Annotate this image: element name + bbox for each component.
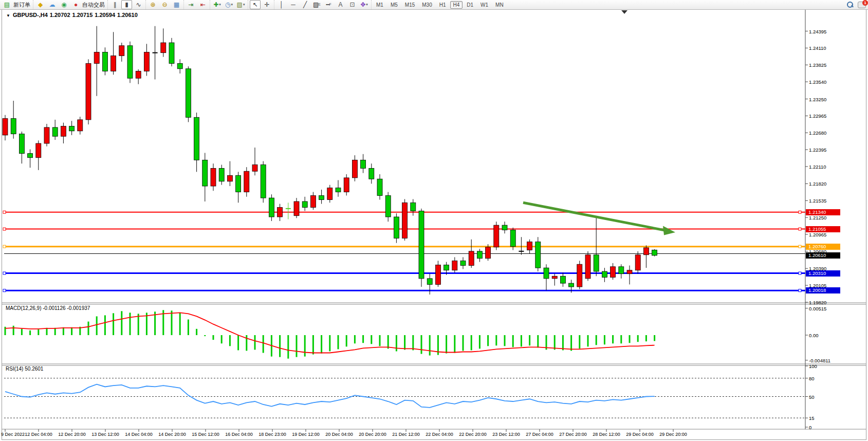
scroll-to-end-marker[interactable] [621,10,627,14]
fibonacci-button[interactable]: ┅F [323,0,334,9]
timeframe-w1-button[interactable]: W1 [477,1,491,9]
search-icon[interactable] [846,1,854,8]
periods-button[interactable]: ◷▾ [224,0,234,9]
zoom-out-icon: ⊖ [162,1,167,9]
trendline-button[interactable]: ╱ [300,0,310,9]
price-tick-label: 1.21250 [809,215,826,220]
chart-canvas[interactable] [0,9,868,441]
vertical-line-icon: │ [280,1,284,9]
price-tick-label: 1.23540 [809,79,826,85]
line-handle-left[interactable] [3,228,6,230]
time-tick-label: 21 Dec 12:00 [392,432,420,437]
chart-window: ▼GBPUSD-,H41.207021.207151.205941.20610 … [0,9,868,441]
timeframe-m15-button[interactable]: M15 [402,1,418,9]
price-badge: 1.21055 [806,226,840,232]
cursor-icon: ↖ [252,1,257,9]
candlestick-chart-button[interactable]: ▮ [121,0,132,9]
time-tick-label: 12 Dec 20:00 [58,432,86,437]
text-label-button[interactable]: ⊡ [347,0,358,9]
time-tick-label: 23 Dec 12:00 [492,432,520,437]
cursor-button[interactable]: ↖ [250,0,261,9]
equidistant-channel-button[interactable]: ▨E [311,0,322,9]
templates-button[interactable]: ▧▾ [235,0,246,9]
time-tick-label: 28 Dec 12:00 [593,432,620,437]
line-handle-right[interactable] [799,228,801,230]
timeframe-h1-button[interactable]: H1 [436,1,449,9]
indicators-button[interactable]: ✚▾ [212,0,223,9]
horizontal-line-button[interactable]: ─ [288,0,299,9]
text-button[interactable]: A [335,0,346,9]
toolbar-group: ∥▮∿ [107,0,145,9]
timeframe-d1-button[interactable]: D1 [464,1,476,9]
new-order-button[interactable]: ▤ [2,0,12,9]
zoom-in-button[interactable]: ⊕ [147,0,158,9]
mql5-community-icon: ☁ [49,1,56,9]
macd-panel [5,308,808,360]
timeframe-h4-button[interactable]: H4 [450,1,463,9]
timeframe-mn-button[interactable]: MN [492,1,507,9]
chart-shift-icon: ⇤ [200,1,205,9]
timeframe-m5-button[interactable]: M5 [387,1,401,9]
chevron-down-icon[interactable]: ▼ [6,13,10,18]
arrows-tool-button[interactable]: ✥▾ [359,0,370,9]
zoom-out-button[interactable]: ⊖ [159,0,170,9]
chart-title[interactable]: ▼GBPUSD-,H41.207021.207151.205941.20610 [6,12,140,18]
chart-shift-button[interactable]: ⇤ [197,0,208,9]
news-button[interactable]: ◉ [59,0,69,9]
time-tick-label: 29 Dec 04:00 [626,432,654,437]
price-tick-label: 1.20965 [809,232,826,237]
trend-arrow-head[interactable] [663,226,675,235]
tile-windows-icon: ▦ [174,1,179,9]
mql5-community-button[interactable]: ☁ [47,0,58,9]
line-handle-left[interactable] [3,272,6,274]
toolbar-group: ↖✛ [248,0,274,9]
auto-scroll-button[interactable]: ⇥ [186,0,196,9]
line-handle-right[interactable] [799,211,801,213]
toolbar-group: │─╱▨E┅FA⊡✥▾ [274,0,371,9]
high-value: 1.20715 [72,12,93,18]
line-handle-right[interactable] [799,289,801,292]
timeframe-m30-button[interactable]: M30 [419,1,435,9]
line-handle-right[interactable] [799,245,801,248]
indicators-dropdown-icon[interactable]: ▾ [219,1,221,9]
line-handle-left[interactable] [3,211,6,213]
arrows-tool-dropdown-icon[interactable]: ▾ [366,1,368,9]
rsi-line [5,384,655,408]
line-handle-left[interactable] [3,245,6,248]
price-badge: 1.20310 [806,270,840,277]
line-handle-right[interactable] [799,272,801,274]
arrows-tool-icon: ✥ [360,1,365,9]
timeframe-toolbar: M1M5M15M30H1H4D1W1MN [371,0,508,9]
macd-tick-label: -0.004811 [809,358,830,363]
rsi-panel [4,366,808,427]
autotrading-button[interactable]: ● [70,0,81,9]
autotrading-label[interactable]: 自动交易 [82,1,105,9]
rsi-tick-label: 100 [809,363,817,369]
notifications-icon[interactable]: 1 [858,2,866,8]
crosshair-button[interactable]: ✛ [262,0,272,9]
price-tick-label: 1.19820 [809,300,826,305]
tile-windows-button[interactable]: ▦ [171,0,182,9]
auto-scroll-icon: ⇥ [188,1,193,9]
rsi-tick-label: 80 [809,376,815,381]
toolbar: ▤新订单◆☁◉●自动交易∥▮∿⊕⊖▦⇥⇤✚▾◷▾▧▾↖✛│─╱▨E┅FA⊡✥▾ … [0,0,868,10]
timeframe-m1-button[interactable]: M1 [373,1,386,9]
metaeditor-button[interactable]: ◆ [35,0,46,9]
line-handle-left[interactable] [3,289,6,292]
price-tick-label: 1.24395 [809,29,826,34]
vertical-line-button[interactable]: │ [276,0,287,9]
macd-tick-label: 0.00 [809,333,819,338]
line-chart-button[interactable]: ∿ [133,0,144,9]
bar-chart-button[interactable]: ∥ [109,0,120,9]
time-tick-label: 13 Dec 12:00 [91,432,119,437]
toolbar-group: ⇥⇤ [183,0,210,9]
periods-dropdown-icon[interactable]: ▾ [231,1,233,9]
templates-dropdown-icon[interactable]: ▾ [243,1,245,9]
new-order-label[interactable]: 新订单 [13,1,30,9]
trend-arrow[interactable] [523,203,666,230]
price-badge: 1.20760 [806,244,840,250]
price-tick-label: 1.21820 [809,181,826,187]
time-tick-label: 14 Dec 04:00 [125,432,153,437]
price-badge: 1.20018 [806,287,840,293]
symbol-period-label: GBPUSD-,H4 [13,12,48,18]
